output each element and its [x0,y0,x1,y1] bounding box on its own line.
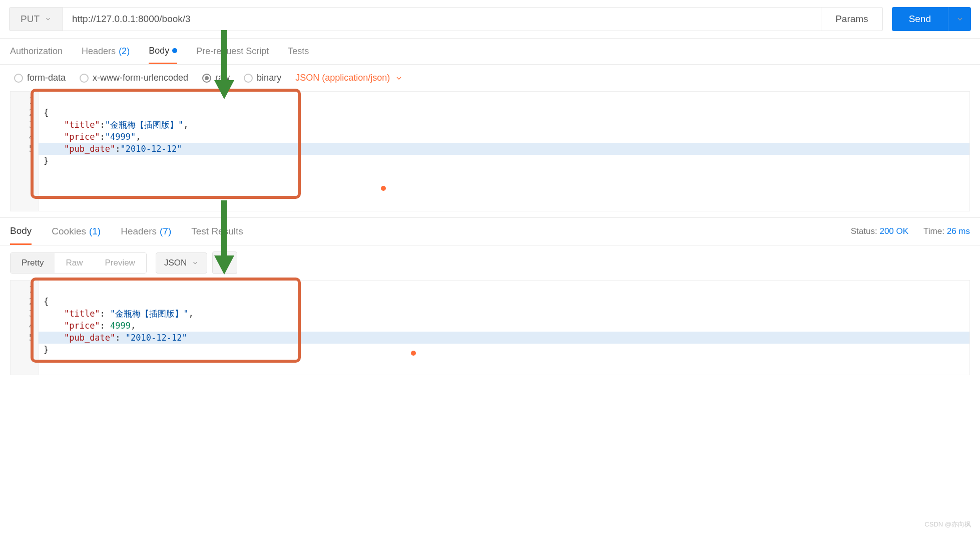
send-button[interactable]: Send [892,7,948,31]
tab-headers-label: Headers [82,46,116,57]
editor-gutter: 12345 [11,281,39,375]
send-dropdown-button[interactable] [948,7,971,31]
wrap-icon [220,257,230,266]
response-view-row: Pretty Raw Preview JSON [0,245,980,274]
editor-code: { "title": "金瓶梅【插图版】", "price": 4999, "p… [39,281,969,375]
tab-prerequest-script[interactable]: Pre-request Script [196,39,269,64]
status-value: 200 OK [879,226,908,236]
tab-headers[interactable]: Headers (2) [82,39,130,64]
annotation-dot-icon [411,351,416,356]
view-mode-group: Pretty Raw Preview [10,252,147,274]
radio-urlencoded[interactable]: x-www-form-urlencoded [80,73,188,83]
chevron-down-icon [395,74,403,82]
view-pretty[interactable]: Pretty [11,253,55,273]
tab-authorization[interactable]: Authorization [10,39,63,64]
tab-body[interactable]: Body [149,39,177,64]
response-body-editor[interactable]: 12345 { "title": "金瓶梅【插图版】", "price": 49… [10,280,970,375]
editor-gutter: 12345 [11,92,39,211]
view-preview[interactable]: Preview [94,253,146,273]
content-type-select[interactable]: JSON (application/json) [295,73,403,83]
response-tabs: Body Cookies (1) Headers (7) Test Result… [0,217,980,245]
params-button[interactable]: Params [821,7,882,31]
response-format-select[interactable]: JSON [156,252,207,274]
http-method-select[interactable]: PUT [9,7,63,31]
annotation-dot-icon [381,186,386,191]
chevron-down-icon [45,16,52,23]
radio-icon [244,74,253,83]
view-raw[interactable]: Raw [55,253,94,273]
radio-icon [80,74,89,83]
tab-headers-count: (2) [119,46,130,57]
radio-form-data[interactable]: form-data [14,73,66,83]
radio-icon [14,74,23,83]
radio-icon [202,74,211,83]
url-input[interactable] [63,7,821,31]
chevron-down-icon [192,259,199,266]
request-tabs: Authorization Headers (2) Body Pre-reque… [0,39,980,65]
radio-binary[interactable]: binary [244,73,281,83]
resp-tab-headers[interactable]: Headers (7) [121,218,171,245]
http-method-label: PUT [21,14,40,25]
radio-raw[interactable]: raw [202,73,230,83]
chevron-down-icon [956,15,964,23]
content-type-label: JSON (application/json) [295,73,390,83]
body-type-row: form-data x-www-form-urlencoded raw bina… [0,65,980,91]
resp-tab-body[interactable]: Body [10,218,32,245]
response-meta: Status: 200 OK Time: 26 ms [851,226,970,236]
request-body-editor[interactable]: 12345 { "title":"金瓶梅【插图版】", "price":"499… [10,91,970,211]
tab-body-label: Body [149,46,169,56]
editor-code[interactable]: { "title":"金瓶梅【插图版】", "price":"4999", "p… [39,92,969,211]
time-value: 26 ms [947,226,970,236]
modified-dot-icon [172,48,177,53]
resp-tab-cookies[interactable]: Cookies (1) [52,218,101,245]
tab-tests[interactable]: Tests [288,39,309,64]
wrap-lines-button[interactable] [212,251,237,274]
resp-tab-test-results[interactable]: Test Results [191,218,243,245]
